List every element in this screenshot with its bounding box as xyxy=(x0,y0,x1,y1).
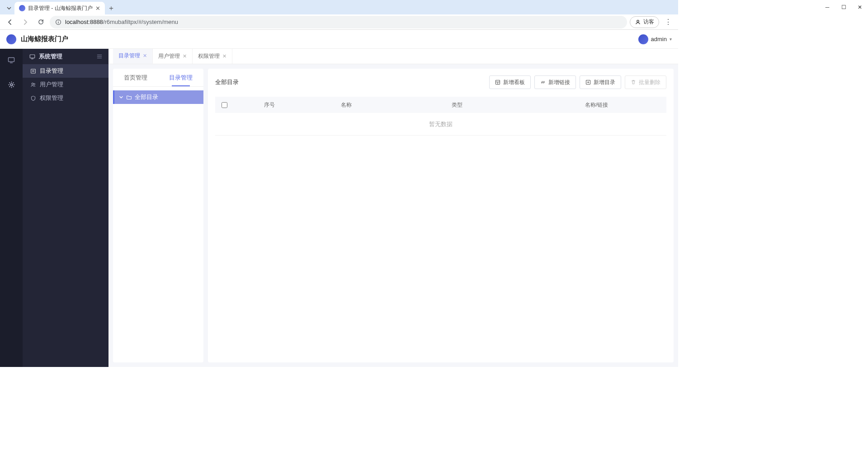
sidebar: 系统管理 目录管理 用户管理 权限管理 xyxy=(23,49,108,367)
sidebar-collapse-icon[interactable] xyxy=(97,54,102,59)
sidebar-item-catalog[interactable]: 目录管理 xyxy=(23,64,108,78)
user-menu[interactable]: admin ▾ xyxy=(638,34,672,44)
browser-toolbar: localhost:8888/r6mubafiltpx/#/system/men… xyxy=(0,14,678,30)
avatar-icon xyxy=(638,34,648,44)
tab-close-icon[interactable]: ✕ xyxy=(95,5,100,12)
nav-forward-button[interactable] xyxy=(19,16,32,28)
tab-search-dropdown[interactable] xyxy=(4,2,14,14)
tree-node-label: 全部目录 xyxy=(135,93,158,101)
app-header: 山海鲸报表门户 admin ▾ xyxy=(0,30,678,49)
table-empty-state: 暂无数据 xyxy=(215,113,666,136)
sidebar-group-system[interactable]: 系统管理 xyxy=(23,49,108,64)
shield-icon xyxy=(30,95,36,101)
rail-settings-button[interactable] xyxy=(4,77,19,92)
browser-tab-title: 目录管理 - 山海鲸报表门户 xyxy=(28,5,93,12)
svg-point-3 xyxy=(637,20,639,22)
subtab-row: 首页管理 目录管理 xyxy=(113,69,203,87)
svg-point-15 xyxy=(32,83,33,85)
content-area: 目录管理 ✕ 用户管理 ✕ 权限管理 ✕ 首页管理 目录管理 xyxy=(108,49,678,367)
col-name: 名称 xyxy=(306,101,387,109)
guest-label: 访客 xyxy=(643,18,654,26)
browser-tab-active[interactable]: 目录管理 - 山海鲸报表门户 ✕ xyxy=(14,2,105,14)
button-label: 新增链接 xyxy=(548,79,570,86)
folder-icon xyxy=(126,94,132,100)
address-bar[interactable]: localhost:8888/r6mubafiltpx/#/system/men… xyxy=(50,16,627,28)
address-host: localhost:8888/r6mubafiltpx/#/system/men… xyxy=(65,19,178,25)
svg-point-6 xyxy=(10,84,13,86)
app-title: 山海鲸报表门户 xyxy=(21,35,68,43)
select-all-cell xyxy=(215,102,233,108)
nav-rail xyxy=(0,49,23,367)
page-tabs: 目录管理 ✕ 用户管理 ✕ 权限管理 ✕ xyxy=(108,49,678,64)
app-logo-icon xyxy=(6,34,16,44)
new-board-button[interactable]: 新增看板 xyxy=(489,75,531,89)
bulk-delete-button: 批量删除 xyxy=(625,75,666,89)
new-directory-button[interactable]: 新增目录 xyxy=(580,75,621,89)
page-tab-catalog[interactable]: 目录管理 ✕ xyxy=(113,49,153,64)
col-sequence: 序号 xyxy=(233,101,306,109)
gear-icon xyxy=(8,81,15,89)
subtab-catalog[interactable]: 目录管理 xyxy=(158,69,203,86)
svg-rect-7 xyxy=(30,55,35,58)
trash-icon xyxy=(631,80,636,85)
panel-title: 全部目录 xyxy=(215,78,239,86)
users-icon xyxy=(30,82,36,88)
favicon-icon xyxy=(19,5,25,11)
profile-guest-button[interactable]: 访客 xyxy=(630,16,659,28)
sidebar-item-label: 权限管理 xyxy=(40,94,63,102)
monitor-icon xyxy=(8,56,15,64)
user-name: admin xyxy=(651,36,667,42)
close-icon[interactable]: ✕ xyxy=(143,53,147,59)
col-link: 名称/链接 xyxy=(527,101,666,109)
browser-menu-button[interactable]: ⋮ xyxy=(662,16,675,28)
rail-dashboard-button[interactable] xyxy=(4,52,19,68)
page-tab-label: 目录管理 xyxy=(118,52,140,60)
panel-header: 全部目录 新增看板 新增链接 xyxy=(215,75,666,89)
svg-point-2 xyxy=(58,20,59,21)
link-icon xyxy=(540,80,546,85)
svg-rect-4 xyxy=(9,58,14,62)
site-info-icon[interactable] xyxy=(55,19,61,25)
button-label: 新增目录 xyxy=(594,79,615,86)
chevron-down-icon: ▾ xyxy=(670,37,672,42)
table-header: 序号 名称 类型 名称/链接 xyxy=(215,97,666,113)
main-panel: 全部目录 新增看板 新增链接 xyxy=(208,69,674,362)
dashboard-icon xyxy=(495,80,500,85)
folder-plus-icon xyxy=(585,80,591,85)
tree-node-root[interactable]: 全部目录 xyxy=(113,90,203,104)
page-tab-label: 权限管理 xyxy=(198,52,220,60)
button-label: 新增看板 xyxy=(503,79,525,86)
sidebar-item-users[interactable]: 用户管理 xyxy=(23,78,108,91)
sidebar-group-label: 系统管理 xyxy=(39,52,62,61)
sidebar-item-label: 用户管理 xyxy=(40,80,63,89)
page-tab-permissions[interactable]: 权限管理 ✕ xyxy=(193,49,232,64)
person-icon xyxy=(635,19,641,25)
monitor-icon xyxy=(29,54,35,60)
subtab-label: 目录管理 xyxy=(169,74,193,82)
col-type: 类型 xyxy=(387,101,527,109)
data-table: 序号 名称 类型 名称/链接 暂无数据 xyxy=(215,97,666,136)
page-tab-users[interactable]: 用户管理 ✕ xyxy=(153,49,193,64)
close-icon[interactable]: ✕ xyxy=(222,53,226,59)
new-tab-button[interactable]: ＋ xyxy=(105,2,118,14)
close-icon[interactable]: ✕ xyxy=(183,53,187,59)
svg-rect-12 xyxy=(31,69,35,73)
button-label: 批量删除 xyxy=(639,79,660,86)
subtab-label: 首页管理 xyxy=(124,74,147,82)
tree-panel: 首页管理 目录管理 全部目录 xyxy=(113,69,203,362)
select-all-checkbox[interactable] xyxy=(222,102,227,108)
page-tab-label: 用户管理 xyxy=(158,52,180,60)
svg-point-16 xyxy=(33,83,35,85)
nav-back-button[interactable] xyxy=(4,16,16,28)
new-link-button[interactable]: 新增链接 xyxy=(534,75,576,89)
chevron-down-icon xyxy=(119,95,123,99)
browser-tabstrip: 目录管理 - 山海鲸报表门户 ✕ ＋ xyxy=(0,0,678,14)
list-icon xyxy=(30,68,36,74)
nav-reload-button[interactable] xyxy=(34,16,47,28)
action-buttons: 新增看板 新增链接 新增目录 xyxy=(489,75,666,89)
subtab-home[interactable]: 首页管理 xyxy=(113,69,158,86)
sidebar-item-label: 目录管理 xyxy=(40,67,63,75)
sidebar-item-permissions[interactable]: 权限管理 xyxy=(23,91,108,105)
